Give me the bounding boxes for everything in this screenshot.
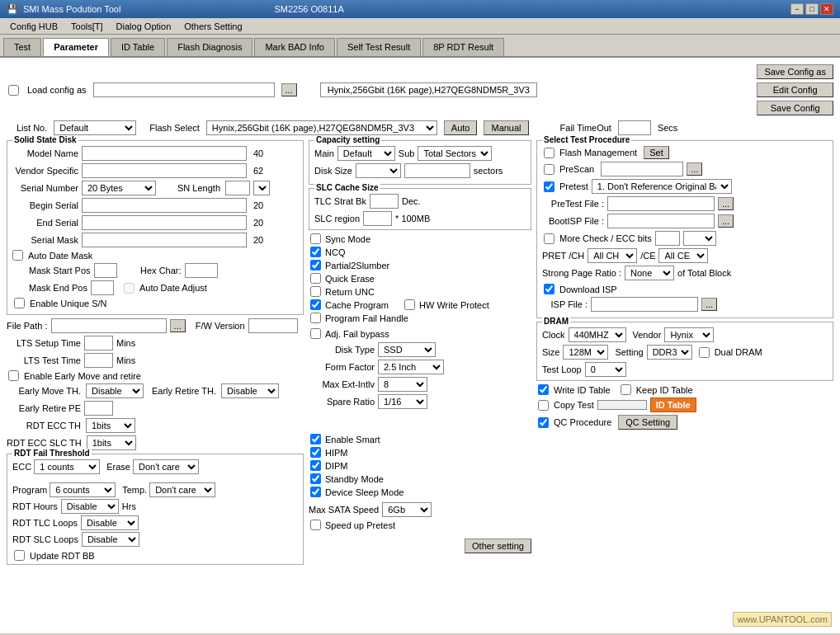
prescan-browse[interactable]: ... xyxy=(687,162,702,176)
manual-button[interactable]: Manual xyxy=(484,120,528,135)
mask-end-input[interactable]: 10 xyxy=(91,280,114,295)
max-sata-select[interactable]: 6Gb xyxy=(382,502,432,517)
tab-flash-diagnosis[interactable]: Flash Diagnosis xyxy=(167,38,252,56)
maximize-button[interactable]: □ xyxy=(805,3,819,15)
adj-fail-checkbox[interactable] xyxy=(310,328,321,339)
rdt-slc-select[interactable]: Disable xyxy=(82,532,139,547)
fail-timeout-input[interactable]: 600 xyxy=(618,120,651,135)
rdt-temp-select[interactable]: Don't care xyxy=(149,482,215,497)
file-path-browse[interactable]: ... xyxy=(170,319,186,332)
model-name-input[interactable]: taidian 120G xyxy=(82,146,247,161)
jce-select[interactable]: All CE xyxy=(658,248,708,263)
other-setting-button[interactable]: Other setting xyxy=(465,539,531,553)
disk-type-select[interactable]: SSD xyxy=(378,342,436,357)
pret-ch-select[interactable]: All CH xyxy=(588,248,637,263)
more-check-input[interactable]: 0 xyxy=(655,231,680,246)
edit-config-button[interactable]: Edit Config xyxy=(757,82,833,97)
size-select[interactable]: 128M xyxy=(563,345,608,360)
auto-date-mask-checkbox[interactable] xyxy=(12,250,23,261)
dipm-checkbox[interactable] xyxy=(310,460,321,471)
minimize-button[interactable]: − xyxy=(790,3,804,15)
copy-test-checkbox[interactable] xyxy=(538,400,549,411)
serial-mask-input[interactable]: AA################## xyxy=(82,233,247,247)
serial-number-select[interactable]: 20 Bytes xyxy=(82,181,156,195)
strong-page-select[interactable]: None xyxy=(625,266,674,280)
flash-select[interactable]: Hynix,256Gbit (16K page),H27QEG8NDM5R_3V… xyxy=(206,120,437,135)
enable-unique-sn-checkbox[interactable] xyxy=(14,298,25,308)
return-unc-checkbox[interactable] xyxy=(310,286,321,297)
keep-id-checkbox[interactable] xyxy=(621,384,631,395)
menu-config-hub[interactable]: Config HUB xyxy=(3,20,64,33)
lts-setup-input[interactable]: 70 xyxy=(84,336,113,350)
program-fail-checkbox[interactable] xyxy=(310,313,321,323)
qc-setting-button[interactable]: QC Setting xyxy=(618,415,677,430)
device-sleep-checkbox[interactable] xyxy=(310,487,321,497)
vendor-select[interactable]: Hynix xyxy=(664,327,714,342)
rdt-ecc-select[interactable]: 1 counts xyxy=(34,459,100,474)
enable-early-move-checkbox[interactable] xyxy=(8,370,19,381)
boot-isp-browse[interactable]: ... xyxy=(718,214,734,228)
clock-select[interactable]: 440MHZ xyxy=(569,327,626,342)
lts-test-input[interactable]: 110 xyxy=(84,353,113,368)
slc-region-input[interactable]: 0 xyxy=(363,211,392,226)
form-factor-select[interactable]: 2.5 Inch xyxy=(378,360,444,374)
rdt-ecc-th-select[interactable]: 1bits xyxy=(86,418,135,433)
setting-select[interactable]: DDR3 xyxy=(647,345,692,360)
disk-size-input[interactable]: 734003200 xyxy=(404,163,470,178)
rdt-ecc-slc-select[interactable]: 1bits xyxy=(87,435,136,450)
set-button[interactable]: Set xyxy=(644,146,669,159)
write-id-checkbox[interactable] xyxy=(538,384,549,395)
disk-size-select[interactable] xyxy=(356,163,401,178)
sync-mode-checkbox[interactable] xyxy=(310,233,321,244)
update-rdt-bb-checkbox[interactable] xyxy=(14,550,25,561)
auto-button[interactable]: Auto xyxy=(444,120,478,135)
rdt-hours-select[interactable]: Disable xyxy=(61,499,119,514)
tab-parameter[interactable]: Parameter xyxy=(43,38,109,56)
spare-ratio-select[interactable]: 1/16 xyxy=(378,394,427,409)
max-ext-intlv-select[interactable]: 8 xyxy=(378,377,427,392)
load-config-input[interactable] xyxy=(93,82,275,97)
id-table-btn[interactable]: ID Table xyxy=(650,397,696,412)
test-loop-select[interactable]: 0 xyxy=(585,362,626,377)
hex-char-input[interactable] xyxy=(185,263,218,278)
prescan-checkbox[interactable] xyxy=(544,164,554,175)
fw-version-input[interactable] xyxy=(248,318,298,333)
mask-start-input[interactable]: 3 xyxy=(94,263,117,278)
early-retire-pe-input[interactable]: 0 xyxy=(84,401,113,416)
dual-dram-checkbox[interactable] xyxy=(699,347,710,358)
save-config-as-button[interactable]: Save Config as xyxy=(757,64,833,79)
early-retire-th-select[interactable]: Disable xyxy=(221,383,279,398)
sn-length-input[interactable]: 20 xyxy=(225,181,250,195)
speed-up-checkbox[interactable] xyxy=(310,520,321,530)
pretest-select[interactable]: 1. Don't Reference Original Bad xyxy=(592,179,732,194)
tab-test[interactable]: Test xyxy=(3,38,41,56)
standby-mode-checkbox[interactable] xyxy=(310,473,321,484)
main-select[interactable]: Default xyxy=(337,146,395,161)
download-isp-checkbox[interactable] xyxy=(544,284,554,294)
pretest-checkbox[interactable] xyxy=(544,181,554,192)
rdt-program-select[interactable]: 6 counts xyxy=(50,482,116,497)
more-check-select[interactable] xyxy=(683,231,716,246)
menu-tools[interactable]: Tools[T] xyxy=(64,20,110,33)
menu-others-setting[interactable]: Others Setting xyxy=(177,20,248,33)
rdt-tlc-select[interactable]: Disable xyxy=(81,515,139,530)
isp-file-input[interactable]: ISP2256.bin xyxy=(591,297,698,312)
prescan-input[interactable] xyxy=(601,162,683,176)
menu-dialog-option[interactable]: Dialog Option xyxy=(110,20,178,33)
rdt-erase-select[interactable]: Don't care xyxy=(133,459,199,474)
end-serial-input[interactable]: AA99999999999999999 xyxy=(82,215,247,230)
load-config-browse[interactable]: ... xyxy=(281,83,297,96)
partial2-checkbox[interactable] xyxy=(310,260,321,270)
auto-date-adjust-checkbox[interactable] xyxy=(124,283,134,294)
sn-length-select[interactable] xyxy=(253,181,270,195)
pretest-file-browse[interactable]: ... xyxy=(718,197,734,210)
list-no-select[interactable]: Default xyxy=(54,120,136,135)
tab-id-table[interactable]: ID Table xyxy=(111,38,165,56)
more-check-checkbox[interactable] xyxy=(544,233,554,244)
early-move-th-select[interactable]: Disable xyxy=(86,383,144,398)
load-config-checkbox[interactable] xyxy=(8,85,19,96)
qc-procedure-checkbox[interactable] xyxy=(538,417,549,428)
hw-write-protect-checkbox[interactable] xyxy=(404,299,415,310)
save-config-button[interactable]: Save Config xyxy=(757,101,833,115)
tlc-strat-input[interactable]: 0 xyxy=(370,194,399,209)
